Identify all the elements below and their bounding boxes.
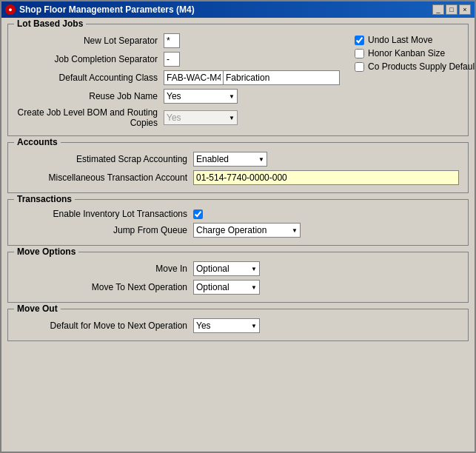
accounting-code-input[interactable] [164, 70, 223, 85]
title-bar-controls: _ □ × [432, 4, 471, 15]
move-in-select[interactable]: Optional Required Not Used [193, 261, 260, 276]
move-options-fields: Move In Optional Required Not Used Move … [17, 261, 459, 295]
default-move-select[interactable]: Yes No [193, 318, 260, 333]
jump-from-queue-wrapper: Charge Operation Next Operation [193, 223, 301, 238]
title-bar: ● Shop Floor Management Parameters (M4) … [1, 1, 475, 18]
new-lot-separator-row: New Lot Separator [17, 33, 340, 48]
accounts-group: Accounts Estimated Scrap Accounting Enab… [7, 142, 469, 193]
co-products-row: Co Products Supply Default [355, 61, 475, 72]
move-out-group: Move Out Default for Move to Next Operat… [7, 309, 469, 341]
move-to-next-row: Move To Next Operation Optional Required… [17, 280, 459, 295]
create-bom-select[interactable]: Yes No [164, 110, 238, 125]
transactions-fields: Enable Inventory Lot Transactions Jump F… [17, 209, 459, 238]
honor-kanban-row: Honor Kanban Size [355, 48, 475, 58]
transactions-title: Transactions [14, 194, 75, 204]
move-options-group: Move Options Move In Optional Required N… [7, 252, 469, 303]
app-icon: ● [5, 4, 16, 15]
lot-based-jobs-title: Lot Based Jobs [14, 19, 86, 29]
move-to-next-select[interactable]: Optional Required Not Used [193, 280, 260, 295]
jump-from-queue-select[interactable]: Charge Operation Next Operation [193, 223, 301, 238]
content-area: Lot Based Jobs New Lot Separator Job Com… [1, 18, 475, 452]
reuse-job-name-wrapper: Yes No [164, 89, 238, 104]
move-to-next-label: Move To Next Operation [17, 282, 187, 292]
lot-based-jobs-group: Lot Based Jobs New Lot Separator Job Com… [7, 24, 469, 136]
move-in-wrapper: Optional Required Not Used [193, 261, 260, 276]
default-move-label: Default for Move to Next Operation [17, 321, 187, 331]
reuse-job-name-row: Reuse Job Name Yes No [17, 89, 340, 104]
scrap-accounting-select[interactable]: Enabled Disabled [193, 152, 267, 167]
scrap-accounting-wrapper: Enabled Disabled [193, 152, 267, 167]
transactions-group: Transactions Enable Inventory Lot Transa… [7, 199, 469, 246]
close-button[interactable]: × [459, 4, 471, 15]
reuse-job-name-select[interactable]: Yes No [164, 89, 238, 104]
honor-kanban-label: Honor Kanban Size [368, 48, 445, 58]
job-completion-separator-input[interactable] [164, 52, 180, 67]
reuse-job-name-label: Reuse Job Name [17, 91, 158, 101]
enable-inventory-label: Enable Inventory Lot Transactions [17, 209, 187, 219]
default-move-row: Default for Move to Next Operation Yes N… [17, 318, 459, 333]
move-in-row: Move In Optional Required Not Used [17, 261, 459, 276]
new-lot-separator-label: New Lot Separator [17, 36, 158, 46]
new-lot-separator-input[interactable] [164, 33, 180, 48]
move-to-next-wrapper: Optional Required Not Used [193, 280, 260, 295]
move-options-title: Move Options [14, 246, 78, 257]
accounts-fields: Estimated Scrap Accounting Enabled Disab… [17, 152, 459, 185]
accounts-title: Accounts [14, 137, 61, 147]
minimize-button[interactable]: _ [432, 4, 444, 15]
maximize-button[interactable]: □ [446, 4, 457, 15]
misc-transaction-row: Miscellaneous Transaction Account [17, 170, 459, 185]
jump-from-queue-row: Jump From Queue Charge Operation Next Op… [17, 223, 459, 238]
accounting-name-input[interactable] [223, 70, 340, 85]
default-move-wrapper: Yes No [193, 318, 260, 333]
scrap-accounting-row: Estimated Scrap Accounting Enabled Disab… [17, 152, 459, 167]
title-bar-left: ● Shop Floor Management Parameters (M4) [5, 4, 195, 15]
accounting-class-row: Default Accounting Class [17, 70, 340, 85]
lot-right-checkboxes: Undo Last Move Honor Kanban Size Co Prod… [355, 33, 475, 72]
enable-inventory-row: Enable Inventory Lot Transactions [17, 209, 459, 219]
co-products-checkbox[interactable] [355, 62, 364, 72]
misc-transaction-label: Miscellaneous Transaction Account [17, 172, 187, 183]
accounting-class-label: Default Accounting Class [17, 73, 158, 83]
main-window: ● Shop Floor Management Parameters (M4) … [0, 0, 476, 453]
co-products-label: Co Products Supply Default [368, 61, 475, 72]
undo-last-move-row: Undo Last Move [355, 35, 475, 45]
lot-left-fields: New Lot Separator Job Completion Separat… [17, 33, 340, 128]
job-completion-separator-label: Job Completion Separator [17, 54, 158, 64]
create-bom-row: Create Job Level BOM and Routing Copies … [17, 107, 340, 128]
job-completion-separator-row: Job Completion Separator [17, 52, 340, 67]
move-out-fields: Default for Move to Next Operation Yes N… [17, 318, 459, 333]
create-bom-label: Create Job Level BOM and Routing Copies [17, 107, 158, 128]
scrap-accounting-label: Estimated Scrap Accounting [17, 154, 187, 164]
move-in-label: Move In [17, 264, 187, 274]
move-out-title: Move Out [14, 303, 61, 314]
undo-last-move-label: Undo Last Move [368, 35, 432, 45]
create-bom-wrapper: Yes No [164, 110, 238, 125]
jump-from-queue-label: Jump From Queue [17, 225, 187, 235]
enable-inventory-checkbox[interactable] [193, 209, 203, 219]
undo-last-move-checkbox[interactable] [355, 36, 364, 45]
honor-kanban-checkbox[interactable] [355, 49, 364, 58]
misc-transaction-input[interactable] [193, 170, 459, 185]
window-title: Shop Floor Management Parameters (M4) [19, 4, 195, 15]
